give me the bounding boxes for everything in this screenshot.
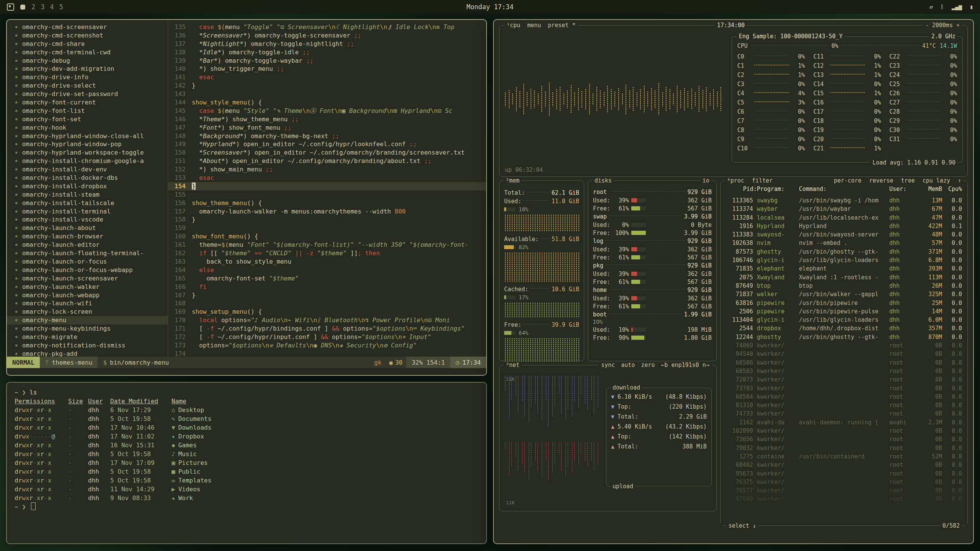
process-row[interactable]: 74733kworker/root0B0.0	[725, 409, 962, 418]
file-item[interactable]: ∗omarchy-install-chromium-google-a	[15, 157, 168, 165]
proc-title[interactable]: ⁴proc	[727, 177, 744, 184]
code-line[interactable]: 146 *Theme*) show_theme_menu ;;	[168, 115, 486, 124]
editor-window[interactable]: ∗omarchy-cmd-screensaver∗omarchy-cmd-scr…	[6, 19, 487, 376]
code-line[interactable]: 170 local options="♪ Audio\n⌁ Wifi\nᛒ Bl…	[168, 316, 486, 324]
code-line[interactable]: 140 *) show_trigger_menu ;;	[168, 65, 486, 73]
file-item[interactable]: ∗omarchy-menu-keybindings	[15, 324, 168, 333]
disks-title[interactable]: disks	[592, 177, 614, 184]
file-item[interactable]: ∗omarchy-menu	[7, 316, 168, 324]
code-line[interactable]: 156show_theme_menu() {	[168, 199, 486, 207]
sort-direction-icon[interactable]: ↑	[958, 177, 961, 184]
net-title[interactable]: ³net	[503, 362, 522, 368]
prompt-line[interactable]: ~ ❯	[15, 502, 479, 511]
process-row[interactable]: 102099kworker/root0B0.0	[725, 427, 962, 435]
code-line[interactable]: 167}	[168, 291, 486, 300]
process-row[interactable]: 81310kworker/root0B0.0	[725, 401, 962, 409]
interval-plus[interactable]: +	[956, 22, 960, 29]
code-line[interactable]: 155	[168, 191, 486, 199]
code-line[interactable]: 144show_style_menu() {	[168, 98, 486, 107]
file-item[interactable]: ∗omarchy-launch-webapp	[15, 291, 168, 300]
file-item[interactable]: ∗omarchy-launch-or-focus	[15, 258, 168, 266]
workspace-3[interactable]: 3	[41, 3, 44, 11]
disks-io-toggle[interactable]: io	[700, 177, 712, 184]
workspace-active-indicator[interactable]	[20, 5, 25, 10]
file-item[interactable]: ∗omarchy-launch-wifi	[15, 299, 168, 308]
net-interface[interactable]: ←b enp191s0 n→	[661, 362, 709, 368]
code-line[interactable]: 149 *Hyprland*) open_in_editor ~/.config…	[168, 140, 486, 148]
col-pid[interactable]: Pid:	[725, 186, 757, 192]
process-row[interactable]: 113365swaybg/usr/bin/swaybg -i /homdhh13…	[725, 196, 962, 205]
file-item[interactable]: ∗omarchy-notification-dismiss	[15, 341, 168, 350]
proc-tab-per-core[interactable]: per-core	[834, 177, 861, 184]
process-row[interactable]: 1275containe/usr/bin/containerdroot52M0.…	[725, 452, 962, 461]
preset-button[interactable]: preset *	[548, 22, 575, 29]
process-row[interactable]: 71835elephantelephantdhh393M0.0	[725, 264, 962, 273]
process-row[interactable]: 2075XwaylandXwayland :1 -rootless -dhh11…	[725, 273, 962, 282]
battery-icon[interactable]: ▮	[970, 3, 973, 10]
workspace-1-indicator[interactable]	[7, 3, 14, 11]
code-line[interactable]: 137 *NightLight*) omarchy-toggle-nightli…	[168, 40, 486, 48]
bluetooth-icon[interactable]: ᛒ	[941, 3, 944, 10]
process-row[interactable]: 68586kworker/root0B0.0	[725, 359, 962, 367]
col-command[interactable]: Command:	[799, 186, 889, 192]
process-row[interactable]: 71837walker/usr/bin/walker --gappldhh325…	[725, 290, 962, 298]
file-item[interactable]: ∗omarchy-cmd-share	[15, 40, 168, 48]
process-row[interactable]: 102638nvimnvim --embed .dhh57M0.0	[725, 239, 962, 247]
tab-cpu[interactable]: ¹cpu	[506, 22, 520, 29]
code-line[interactable]: 164 else	[168, 266, 486, 274]
process-row[interactable]: 73703kworker/root0B0.0	[725, 384, 962, 393]
net-tab-zero[interactable]: zero	[641, 362, 655, 368]
file-item[interactable]: ∗omarchy-install-terminal	[15, 207, 168, 216]
file-item[interactable]: ∗omarchy-launch-browser	[15, 232, 168, 241]
refresh-interval[interactable]: - 2000ms +	[923, 22, 962, 29]
proc-tab-tree[interactable]: tree	[901, 177, 915, 184]
col-program[interactable]: Program:	[757, 186, 799, 192]
file-item[interactable]: ∗omarchy-launch-walker	[15, 283, 168, 291]
file-item[interactable]: ∗omarchy-cmd-screensaver	[15, 23, 168, 31]
code-line[interactable]: 166 fi	[168, 283, 486, 291]
file-item[interactable]: ∗omarchy-hyprland-window-close-all	[15, 132, 168, 140]
process-row[interactable]: 2544dropbox/home/dhh/.dropbox-distdhh357…	[725, 324, 962, 333]
file-item[interactable]: ∗omarchy-migrate	[15, 333, 168, 341]
terminal-window[interactable]: ~ ❯ ls PermissionsSizeUserDate ModifiedN…	[6, 382, 487, 544]
process-row[interactable]: 72073kworker/root0B0.0	[725, 375, 962, 384]
code-line[interactable]: 159	[168, 224, 486, 232]
file-item[interactable]: ∗omarchy-launch-editor	[15, 241, 168, 249]
process-row[interactable]: 87649btopbtopdhh26M0.0	[725, 282, 962, 290]
process-row[interactable]: 113284localsea/usr/lib/localsearch-exdhh…	[725, 214, 962, 222]
screencast-icon[interactable]: ⇄	[929, 3, 933, 10]
file-item[interactable]: ∗omarchy-lock-screen	[15, 308, 168, 316]
code-line[interactable]: 158}	[168, 215, 486, 224]
code-line[interactable]: 135 case $(menu "Toggle" "⊡ Screensaver\…	[168, 23, 486, 31]
proc-filter[interactable]: filter	[752, 177, 773, 184]
code-line[interactable]: 136 *Screensaver*) omarchy-toggle-screen…	[168, 31, 486, 40]
file-item[interactable]: ∗omarchy-font-list	[15, 107, 168, 115]
interval-minus[interactable]: -	[925, 22, 929, 29]
col-user[interactable]: User:	[889, 186, 917, 192]
col-memb[interactable]: MemB	[917, 186, 942, 192]
process-row[interactable]: 74869kworker/root0B0.0	[725, 341, 962, 350]
code-line[interactable]: 143	[168, 90, 486, 98]
process-row[interactable]: 106746glycin-i/usr/lib/glycin-loadersdhh…	[725, 256, 962, 264]
process-row[interactable]: 68402kworker/root0B0.0	[725, 461, 962, 469]
file-item[interactable]: ∗omarchy-hyprland-window-pop	[15, 140, 168, 148]
code-line[interactable]: 154}	[168, 182, 486, 191]
file-item[interactable]: ∗omarchy-install-steam	[15, 191, 168, 199]
code-line[interactable]: 168	[168, 299, 486, 308]
process-row[interactable]: 79032kworker/root0B0.0	[725, 444, 962, 452]
btop-window[interactable]: ¹cpu menu preset * 17:34:00 - 2000ms + u…	[493, 19, 974, 544]
process-row[interactable]: 76375kworker/root0B0.0	[725, 478, 962, 486]
process-row[interactable]: 12244ghostty/usr/bin/ghostty --gtk-dhh87…	[725, 333, 962, 341]
workspace-4[interactable]: 4	[50, 3, 54, 11]
file-item[interactable]: ∗omarchy-debug	[15, 57, 168, 65]
process-row[interactable]: 95673kworker/root0B0.0	[725, 469, 962, 478]
file-item[interactable]: ∗omarchy-install-vscode	[15, 215, 168, 224]
process-row[interactable]: 113383swayosd-/usr/bin/swayosd-serverdhh…	[725, 230, 962, 239]
code-line[interactable]: 151 *About*) open_in_editor ~/.config/om…	[168, 157, 486, 165]
process-row[interactable]: 94540kworker/root0B0.0	[725, 350, 962, 358]
activity-icon[interactable]: ▂▄▆	[952, 3, 962, 10]
code-editor[interactable]: 135 case $(menu "Toggle" "⊡ Screensaver\…	[168, 20, 486, 357]
code-line[interactable]: 141 esac	[168, 73, 486, 82]
file-item[interactable]: ∗omarchy-launch-or-focus-webapp	[15, 266, 168, 274]
process-row[interactable]: 2506pipewire/usr/bin/pipewire-pulsedhh14…	[725, 307, 962, 316]
